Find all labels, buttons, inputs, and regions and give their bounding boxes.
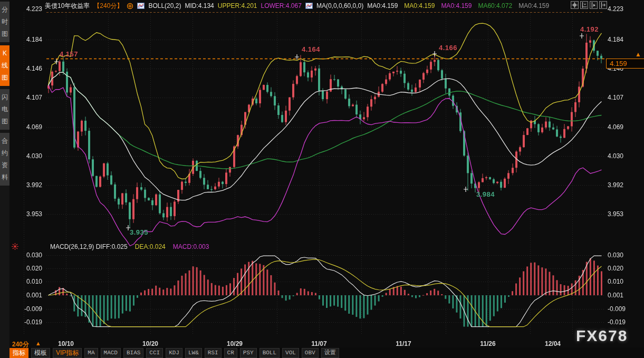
macd-settings-icon[interactable]: [11, 243, 19, 253]
y-axis-left-label: -0.019: [16, 318, 42, 326]
date-label-11-17: 11/17: [390, 340, 417, 347]
boll-lower-value: LOWER:4.067: [261, 2, 302, 9]
toolbar-psy-button[interactable]: PSY: [240, 348, 257, 358]
sidebar-tab-kline-chart[interactable]: K线图: [0, 45, 9, 86]
toolbar-indicator-tab[interactable]: 指标: [9, 348, 28, 358]
macd-header: MACD(26,12,9) DIFF:0.025 DEA:0.024 MACD:…: [50, 243, 209, 250]
toolbar-settings-button[interactable]: 设置: [321, 348, 339, 358]
line-chart-icon[interactable]: [305, 3, 313, 9]
annotation-4.192: 4.192: [580, 25, 599, 33]
toolbar-cr-button[interactable]: CR: [224, 348, 237, 358]
y-axis-right-label: 3.953: [608, 210, 623, 218]
y-axis-right-label: 0.020: [608, 265, 623, 272]
y-axis-right-label: 4.184: [608, 36, 623, 43]
crosshair-icon[interactable]: [571, 1, 579, 9]
bottom-toolbar: 指标模板VIP指标MAMACDBIASCCIKDJLW&RSICRPSYBOLL…: [9, 347, 644, 358]
y-axis-left-label: -0.009: [16, 305, 42, 313]
toolbar-bias-button[interactable]: BIAS: [123, 348, 143, 358]
annotation-3.935: 3.935: [130, 228, 148, 236]
y-axis-right-label: 0.010: [608, 278, 623, 285]
y-axis-right-label: 3.992: [608, 181, 623, 189]
toolbar-cci-button[interactable]: CCI: [146, 348, 163, 358]
auto-scroll-icon[interactable]: [590, 1, 598, 9]
y-axis-right-label: -0.019: [608, 318, 626, 326]
y-axis-left-label: 3.953: [16, 210, 42, 218]
window-icons: [571, 1, 607, 9]
toolbar-vol-button[interactable]: VOL: [282, 348, 299, 358]
y-axis-right-label: 4.030: [608, 152, 623, 160]
toolbar-lwr-button[interactable]: LW&: [185, 348, 202, 358]
y-axis-left-label: 0.020: [16, 265, 42, 272]
toolbar-template-tab[interactable]: 模板: [31, 348, 50, 358]
toolbar-boll-button[interactable]: BOLL: [259, 348, 280, 358]
ma-value-0: MA0:4.159: [367, 2, 398, 9]
toolbar-kdj-button[interactable]: KDJ: [166, 348, 182, 358]
date-label-11-07: 11/07: [305, 340, 333, 347]
date-label-10-10: 10/10: [52, 340, 80, 347]
jump-to-end-icon[interactable]: [599, 1, 607, 9]
y-axis-left-label: 4.184: [16, 36, 42, 43]
watermark: FX678: [576, 327, 628, 345]
last-price-tag: 4.159: [606, 59, 644, 69]
boll-label: BOLL(20,2): [148, 2, 181, 9]
toolbar-obv-button[interactable]: OBV: [302, 348, 319, 358]
date-label-12-04: 12/04: [539, 340, 566, 347]
macd-diff-value: MACD(26,12,9) DIFF:0.025: [50, 243, 128, 250]
macd-macd-value: MACD:0.003: [173, 243, 209, 250]
sidebar-tab-time-chart[interactable]: 分时图: [0, 2, 9, 42]
y-axis-right-label: 0.001: [608, 292, 623, 299]
sidebar-tabs: 分时图K线图闪电图合约资料: [0, 2, 9, 189]
ma-value-1: MA0:4.159: [404, 2, 435, 9]
y-axis-left-label: 4.146: [16, 65, 42, 72]
toolbar-macd-button[interactable]: MACD: [101, 348, 121, 358]
sidebar-tab-flash-chart[interactable]: 闪电图: [0, 89, 9, 130]
y-axis-right-label: -0.009: [608, 305, 626, 313]
annotation-3.984: 3.984: [476, 190, 495, 198]
date-label-10-29: 10/29: [221, 340, 248, 347]
y-axis-left-label: 4.030: [16, 152, 42, 160]
y-axis-left-label: 0.010: [16, 278, 42, 285]
boll-upper-value: UPPER:4.201: [218, 2, 257, 9]
period-selector[interactable]: 【240分】: [93, 2, 123, 11]
timeframe-triangle-icon: ▲: [35, 340, 41, 346]
macd-dea-value: DEA:0.024: [135, 243, 166, 250]
toolbar-vip-indicator-tab[interactable]: VIP指标: [53, 348, 82, 358]
y-axis-left-label: 0.030: [16, 251, 42, 259]
toolbar-rsi-button[interactable]: RSI: [205, 348, 222, 358]
date-label-10-20: 10/20: [137, 340, 164, 347]
annotation-4.166: 4.166: [439, 44, 457, 52]
boll-mid-value: MID:4.134: [185, 2, 214, 9]
price-up-arrow-icon: ▲: [635, 51, 641, 58]
ma-value-3: MA60:4.072: [478, 2, 512, 9]
date-label-11-26: 11/26: [474, 340, 502, 347]
annotation-4.164: 4.164: [302, 45, 320, 53]
y-axis-right-label: 0.030: [608, 251, 623, 259]
annotation-4.157: 4.157: [60, 50, 78, 58]
ma-values: MA0:4.159MA0:4.159MA0:4.159MA60:4.072MA0…: [367, 2, 549, 9]
y-axis-scale-icon[interactable]: [580, 1, 588, 9]
instrument-title: 美债10年收益率: [45, 2, 90, 11]
ma-params-label: MA(0,0,0,60,0,0): [316, 2, 363, 9]
y-axis-left-label: 3.992: [16, 181, 42, 189]
y-axis-right-label: 4.107: [608, 94, 623, 101]
ma-value-4: MA0:4.159: [518, 2, 549, 9]
sidebar: 分时图K线图闪电图合约资料: [0, 0, 9, 358]
toolbar-ma-button[interactable]: MA: [84, 348, 98, 358]
y-axis-left-label: 4.107: [16, 94, 42, 101]
y-axis-left-label: 4.069: [16, 123, 42, 131]
ma-value-2: MA0:4.159: [441, 2, 472, 9]
chart-canvas[interactable]: [0, 0, 644, 358]
sidebar-tab-contract-info[interactable]: 合约资料: [0, 133, 9, 186]
y-axis-left-label: 0.001: [16, 292, 42, 299]
line-chart-icon[interactable]: [137, 3, 145, 9]
chart-header: 美债10年收益率 【240分】 BOLL(20,2) MID:4.134 UPP…: [9, 0, 644, 12]
app-root: 分时图K线图闪电图合约资料 美债10年收益率 【240分】 BOLL(20,2)…: [0, 0, 644, 358]
last-price-value: 4.159: [610, 60, 627, 67]
y-axis-right-label: 4.069: [608, 123, 623, 131]
target-icon[interactable]: [127, 3, 133, 9]
